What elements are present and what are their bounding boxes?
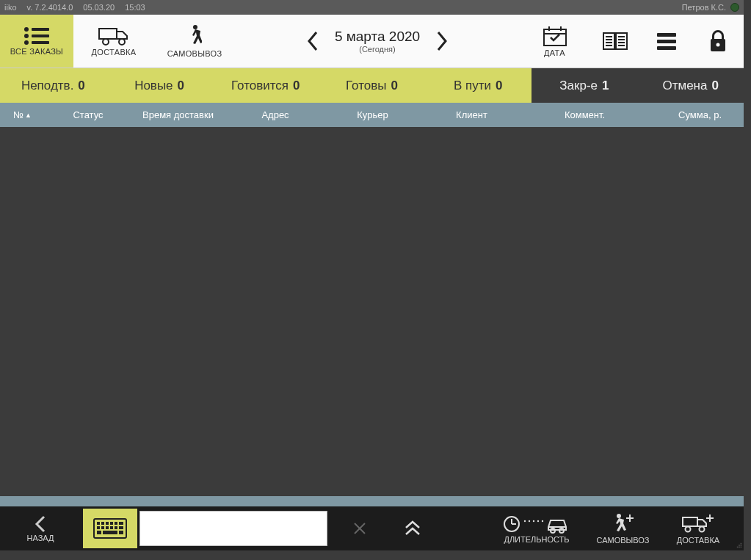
clock-car-icon [501,514,572,534]
svg-point-61 [700,526,705,531]
svg-rect-22 [657,33,676,37]
newspaper-icon [602,30,628,52]
new-delivery-label: ДОСТАВКА [677,536,719,545]
svg-rect-24 [657,46,676,50]
svg-rect-59 [683,517,697,526]
col-time-label: Время доставки [142,109,214,120]
menu-button[interactable] [641,15,692,68]
filter-label: Готовится [231,79,289,93]
svg-rect-28 [97,522,100,525]
filter-label: Новые [134,79,173,93]
col-address[interactable]: Адрес [228,103,323,127]
svg-rect-64 [741,543,742,545]
svg-rect-29 [101,522,104,525]
new-pickup-button[interactable]: САМОВЫВОЗ [584,506,661,550]
svg-point-49 [529,520,530,521]
new-delivery-button[interactable]: ДОСТАВКА [661,506,735,550]
svg-rect-36 [106,526,109,529]
chevron-right-icon [435,30,449,52]
col-comment-label: Коммент. [565,109,605,120]
title-right: Петров К.С. [682,3,739,12]
col-comment[interactable]: Коммент. [521,103,648,127]
col-status[interactable]: Статус [48,103,128,127]
title-time: 15:03 [125,3,145,12]
svg-rect-65 [739,545,740,546]
user-name: Петров К.С. [682,3,726,12]
date-today-label: (Сегодня) [335,45,420,54]
app-root: iiko v. 7.2.4014.0 05.03.20 15:03 Петров… [0,0,744,550]
filter-count: 0 [293,79,300,93]
back-button[interactable]: НАЗАД [0,506,81,550]
title-left: iiko v. 7.2.4014.0 05.03.20 15:03 [4,3,145,12]
svg-rect-10 [544,29,566,46]
app-name: iiko [4,3,17,12]
col-sum-label: Сумма, р. [678,109,722,120]
col-sum[interactable]: Сумма, р. [648,103,744,127]
svg-rect-40 [97,531,101,534]
col-number-label: № [13,109,23,120]
filter-ready[interactable]: Готовы 0 [319,68,425,103]
orders-table-footer [0,496,744,506]
filter-new[interactable]: Новые 0 [106,68,213,103]
back-label: НАЗАД [27,534,54,542]
svg-rect-32 [115,522,117,525]
duration-button[interactable]: ДЛИТЕЛЬНОСТЬ [489,506,584,550]
truck-icon [98,26,130,46]
svg-point-56 [617,514,621,518]
col-delivery-time[interactable]: Время доставки [128,103,228,127]
col-address-label: Адрес [261,109,289,120]
filter-cooking[interactable]: Готовится 0 [212,68,319,103]
date-button[interactable]: ДАТА [520,15,589,68]
filter-unconfirmed[interactable]: Неподтв. 0 [0,68,106,103]
filter-count: 0 [496,79,502,93]
lock-button[interactable] [692,15,744,68]
all-orders-button[interactable]: ВСЕ ЗАКАЗЫ [0,15,73,68]
app-version: v. 7.2.4014.0 [27,3,73,12]
svg-point-8 [119,39,125,45]
filter-enroute[interactable]: В пути 0 [425,68,531,103]
chevron-left-icon [33,515,48,533]
delivery-filter-button[interactable]: ДОСТАВКА [73,15,154,68]
svg-point-26 [716,43,720,47]
svg-rect-5 [32,41,49,44]
svg-point-4 [24,40,29,45]
pickup-filter-button[interactable]: САМОВЫВОЗ [154,15,235,68]
filter-closed[interactable]: Закр-е 1 [531,68,638,103]
walking-person-plus-icon [611,513,636,535]
resize-grip-icon[interactable] [735,506,744,550]
next-date-button[interactable] [435,30,449,52]
date-value: 5 марта 2020 [335,29,420,45]
prev-date-button[interactable] [305,30,320,52]
filter-count: 0 [178,79,184,93]
filter-count: 0 [711,79,718,93]
filter-count: 0 [391,79,398,93]
sort-asc-icon: ▲ [25,112,32,119]
bottom-toolbar: НАЗАД ДЛИТЕЛЬНОСТЬ [0,506,744,550]
date-picker: 5 марта 2020 (Сегодня) [235,15,520,68]
date-button-label: ДАТА [544,48,565,57]
keyboard-button[interactable] [81,506,139,550]
search-input[interactable] [139,511,327,546]
journal-button[interactable] [589,15,641,68]
date-display[interactable]: 5 марта 2020 (Сегодня) [335,29,420,54]
svg-point-51 [537,520,539,521]
scroll-top-button[interactable] [383,506,442,550]
svg-point-60 [686,526,691,531]
col-courier[interactable]: Курьер [323,103,422,127]
svg-rect-6 [99,29,117,39]
svg-point-50 [533,520,534,521]
clear-search-button[interactable] [336,506,383,550]
calendar-icon [543,25,567,47]
filter-label: Отмена [662,79,707,93]
svg-rect-3 [32,34,49,37]
filter-cancelled[interactable]: Отмена 0 [637,68,744,103]
svg-rect-41 [103,531,117,534]
duration-label: ДЛИТЕЛЬНОСТЬ [504,535,569,544]
col-client[interactable]: Клиент [422,103,521,127]
col-number[interactable]: № ▲ [0,103,48,127]
double-chevron-up-icon [404,520,421,537]
svg-rect-31 [110,522,113,525]
list-icon [23,26,51,46]
svg-point-48 [524,520,526,521]
hamburger-menu-icon [656,32,678,51]
